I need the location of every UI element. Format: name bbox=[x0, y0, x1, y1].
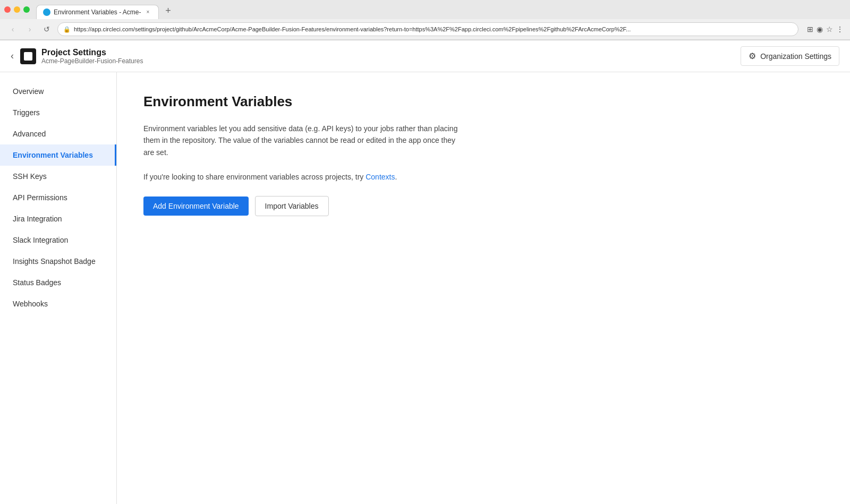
app-header: ‹ Project Settings Acme-PageBuilder-Fusi… bbox=[0, 40, 850, 72]
header-title-group: Project Settings Acme-PageBuilder-Fusion… bbox=[41, 48, 143, 65]
back-navigation-button[interactable]: ‹ bbox=[11, 50, 14, 62]
sidebar-item-status-badges[interactable]: Status Badges bbox=[0, 272, 116, 293]
import-variables-button[interactable]: Import Variables bbox=[255, 196, 329, 216]
close-traffic-light[interactable] bbox=[4, 6, 11, 13]
org-settings-label: Organization Settings bbox=[760, 52, 831, 61]
action-buttons: Add Environment Variable Import Variable… bbox=[143, 196, 823, 216]
sidebar-item-slack-integration[interactable]: Slack Integration bbox=[0, 229, 116, 251]
gear-icon: ⚙ bbox=[749, 51, 756, 61]
page-title: Environment Variables bbox=[143, 93, 823, 110]
app-logo bbox=[20, 48, 36, 64]
description-text: Environment variables let you add sensit… bbox=[143, 123, 462, 158]
share-text-suffix: . bbox=[395, 173, 397, 181]
sidebar-item-advanced[interactable]: Advanced bbox=[0, 123, 116, 144]
bookmark-icon[interactable]: ☆ bbox=[826, 25, 833, 33]
back-button[interactable]: ‹ bbox=[6, 23, 19, 36]
traffic-lights bbox=[4, 6, 30, 17]
tab-title: Environment Variables - Acme- bbox=[54, 8, 141, 16]
main-layout: Overview Triggers Advanced Environment V… bbox=[0, 72, 850, 504]
add-environment-variable-button[interactable]: Add Environment Variable bbox=[143, 197, 249, 216]
share-text: If you're looking to share environment v… bbox=[143, 171, 823, 183]
sidebar-item-environment-variables[interactable]: Environment Variables bbox=[0, 144, 116, 166]
tab-close-button[interactable]: × bbox=[144, 8, 152, 16]
sidebar-item-ssh-keys[interactable]: SSH Keys bbox=[0, 166, 116, 187]
lock-icon: 🔒 bbox=[63, 26, 71, 33]
forward-button[interactable]: › bbox=[23, 23, 36, 36]
sidebar-item-webhooks[interactable]: Webhooks bbox=[0, 293, 116, 314]
profile-icon[interactable]: ◉ bbox=[817, 25, 823, 33]
contexts-link[interactable]: Contexts bbox=[366, 173, 395, 181]
extensions-icon[interactable]: ⊞ bbox=[807, 25, 813, 33]
minimize-traffic-light[interactable] bbox=[14, 6, 20, 13]
sidebar-item-jira-integration[interactable]: Jira Integration bbox=[0, 208, 116, 229]
nav-actions: ⊞ ◉ ☆ ⋮ bbox=[807, 25, 844, 33]
share-text-prefix: If you're looking to share environment v… bbox=[143, 173, 366, 181]
maximize-traffic-light[interactable] bbox=[23, 6, 30, 13]
sidebar-item-overview[interactable]: Overview bbox=[0, 81, 116, 102]
project-name: Acme-PageBuilder-Fusion-Features bbox=[41, 57, 143, 65]
sidebar: Overview Triggers Advanced Environment V… bbox=[0, 72, 117, 504]
refresh-button[interactable]: ↺ bbox=[40, 23, 53, 36]
tab-bar: Environment Variables - Acme- × + bbox=[0, 0, 850, 19]
browser-chrome: Environment Variables - Acme- × + ‹ › ↺ … bbox=[0, 0, 850, 40]
sidebar-item-api-permissions[interactable]: API Permissions bbox=[0, 187, 116, 208]
org-settings-button[interactable]: ⚙ Organization Settings bbox=[741, 46, 839, 66]
new-tab-button[interactable]: + bbox=[161, 4, 176, 19]
logo-inner bbox=[24, 52, 32, 61]
sidebar-item-triggers[interactable]: Triggers bbox=[0, 102, 116, 123]
page-title-header: Project Settings bbox=[41, 48, 143, 57]
content-area: Environment Variables Environment variab… bbox=[117, 72, 850, 504]
tab-favicon bbox=[43, 8, 50, 16]
sidebar-item-insights-snapshot-badge[interactable]: Insights Snapshot Badge bbox=[0, 251, 116, 272]
address-text: https://app.circleci.com/settings/projec… bbox=[74, 26, 793, 32]
active-tab[interactable]: Environment Variables - Acme- × bbox=[36, 5, 159, 19]
menu-icon[interactable]: ⋮ bbox=[836, 25, 844, 33]
address-bar[interactable]: 🔒 https://app.circleci.com/settings/proj… bbox=[57, 22, 798, 36]
nav-bar: ‹ › ↺ 🔒 https://app.circleci.com/setting… bbox=[0, 19, 850, 40]
